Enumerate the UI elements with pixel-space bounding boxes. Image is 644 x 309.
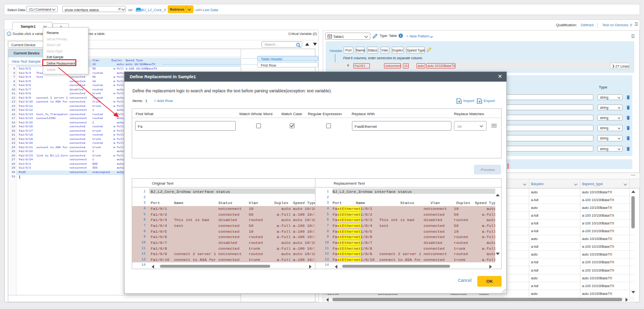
header-column-port[interactable]: Port — [344, 47, 353, 53]
original-text-panel[interactable]: 1BJ_L2_Core_3>show interface status23Por… — [132, 188, 315, 269]
col-regular-expression: Regular Expression — [308, 112, 342, 116]
replacement-line: FastEthernet1/0/5 connected 10 a-full a-… — [332, 229, 495, 235]
legend-table-header[interactable]: Table Header — [257, 56, 318, 62]
ok-button[interactable]: OK — [477, 276, 502, 287]
prev-match-button[interactable] — [305, 43, 309, 46]
import-button[interactable]: Import — [463, 99, 474, 103]
panel-hscrollbar[interactable] — [149, 264, 315, 269]
variable-type-select[interactable]: string — [597, 135, 623, 141]
scroll-right-icon[interactable] — [626, 298, 628, 302]
resize-handle[interactable] — [501, 288, 506, 293]
next-match-button[interactable] — [313, 43, 317, 46]
header-column-duplex[interactable]: Duplex — [392, 47, 404, 53]
results-vscroll-up[interactable] — [631, 190, 635, 193]
menu-icon[interactable]: ☰ — [631, 34, 635, 39]
scroll-left-icon[interactable] — [152, 265, 154, 269]
row-drag-handle[interactable] — [491, 123, 497, 128]
device-link[interactable]: BJ_L2_Core_3 — [141, 8, 166, 12]
add-row-button[interactable]: + Add Row — [154, 99, 173, 103]
hscroll-thumb[interactable] — [160, 265, 270, 268]
live-data-link[interactable]: Live Data — [203, 8, 218, 12]
regular-expression-checkbox[interactable] — [326, 123, 331, 128]
match-case-checkbox[interactable] — [290, 123, 295, 128]
search-input[interactable]: Search... — [261, 41, 302, 48]
search-icon[interactable] — [296, 43, 301, 48]
close-icon[interactable]: ✕ — [498, 73, 502, 80]
cli-area-bottom-border — [8, 295, 241, 295]
scroll-right-icon[interactable] — [489, 265, 492, 269]
clear-icon[interactable]: ✕ — [118, 7, 122, 12]
delete-variable-icon[interactable] — [627, 105, 630, 110]
legend-first-row[interactable]: First Row — [257, 62, 318, 68]
find-what-input[interactable]: Fa — [135, 121, 236, 131]
line-number: 25 — [8, 150, 15, 153]
scroll-left-icon[interactable] — [335, 265, 337, 269]
scroll-left-icon[interactable] — [326, 298, 329, 302]
results-vscroll-down[interactable] — [631, 291, 635, 293]
menu-item-rename[interactable]: Rename — [47, 30, 88, 36]
original-line: Fa1/0/2 connected 50 a-full a-100 10/100… — [151, 212, 315, 218]
variable-type-select[interactable]: string — [597, 104, 623, 111]
panel-vscroll-up[interactable] — [496, 194, 500, 196]
sample-token[interactable]: Fa1/0/1 — [353, 63, 370, 69]
data-type-select[interactable]: CLI Command — [26, 6, 58, 12]
delete-variable-icon[interactable] — [627, 136, 630, 140]
select-data-label: Select Data: — [7, 8, 26, 12]
panel-hscrollbar[interactable] — [332, 264, 495, 269]
hscroll-thumb[interactable] — [342, 265, 450, 268]
view-test-sample-link[interactable]: View Test Sample — [12, 59, 40, 64]
sample-token[interactable]: auto — [417, 63, 425, 69]
pattern-sample-row: 4 Fa1/0/1notconnect10autoauto 10/100Base… — [329, 62, 632, 69]
cancel-button[interactable]: Cancel — [458, 278, 471, 283]
hscroll-thumb[interactable] — [332, 298, 622, 301]
minimize-icon[interactable]: — — [631, 172, 635, 177]
header-column-vlan[interactable]: Vlan — [381, 47, 389, 53]
test-on-devices-link[interactable]: Test on Devices: 0 — [602, 23, 632, 27]
column-separator — [529, 179, 529, 298]
variable-type-select[interactable]: string — [597, 115, 623, 121]
preview-button[interactable]: Preview — [474, 165, 501, 174]
table-select[interactable]: Table1 — [325, 33, 370, 40]
new-pattern-button[interactable]: + New Pattern — [406, 34, 433, 38]
command-input[interactable]: show interface status ✕ — [62, 6, 126, 12]
replacement-line: FastEthernet1/0/6 connected routed a-ful… — [332, 234, 495, 240]
column-header-duplex[interactable]: $duplex — [531, 182, 544, 186]
replace-with-input[interactable]: FastEthernet — [352, 121, 452, 131]
variable-type-select[interactable]: string — [597, 146, 623, 152]
cli-line: Fa1/0/19 connected trunk a-full — [19, 137, 124, 142]
edit-pencil-icon[interactable] — [373, 34, 378, 38]
delete-variable-icon[interactable] — [627, 116, 630, 120]
retrieve-dropdown-button[interactable] — [186, 5, 193, 13]
header-column-status[interactable]: Status — [367, 47, 378, 53]
sample-token[interactable]: 10 — [403, 63, 409, 69]
header-column-name[interactable]: Name — [356, 47, 365, 53]
delete-variable-icon[interactable] — [627, 95, 630, 100]
define-replacement-dialog: Define Replacement in Sample1 ✕ Define t… — [124, 71, 507, 294]
header-column-speed-type[interactable]: Speed Type — [406, 47, 425, 53]
results-vscroll-thumb[interactable] — [631, 196, 635, 228]
export-button[interactable]: Export — [484, 99, 495, 103]
results-hscrollbar[interactable] — [323, 297, 634, 302]
replace-matches-select[interactable]: All — [454, 121, 487, 131]
column-header-speed[interactable]: $speed_type — [582, 182, 603, 186]
retrieve-button[interactable]: Retrieve — [168, 5, 186, 13]
sample-token[interactable]: auto 10/100BaseTX — [426, 63, 455, 69]
menu-icon[interactable]: ☰ — [634, 22, 638, 27]
scroll-right-icon[interactable] — [309, 265, 312, 269]
cell-speed: auto 10/100BaseTX — [582, 206, 612, 209]
dialog-header[interactable]: Define Replacement in Sample1 ✕ — [124, 72, 506, 82]
chevron-down-icon[interactable] — [122, 7, 125, 11]
variable-type-select[interactable]: string — [597, 125, 623, 131]
replacement-text-panel[interactable]: 1BJ_L2_Core_3>show interface status23Por… — [315, 188, 495, 269]
delete-variable-icon[interactable] — [627, 126, 630, 130]
delete-variable-icon[interactable] — [627, 147, 630, 151]
line-number: 14 — [319, 262, 329, 268]
panel-vscroll-down[interactable] — [496, 253, 500, 255]
match-whole-word-checkbox[interactable] — [256, 123, 261, 128]
info-icon[interactable]: i — [399, 34, 403, 38]
qualification-value[interactable]: Defined — [581, 23, 593, 27]
sample-token[interactable]: notconnect — [384, 63, 401, 69]
variable-type-select[interactable]: string — [597, 94, 623, 101]
edit-pencil-icon[interactable] — [427, 47, 432, 52]
lines-expand-button[interactable]: ❯ 27 Lines — [610, 63, 630, 69]
